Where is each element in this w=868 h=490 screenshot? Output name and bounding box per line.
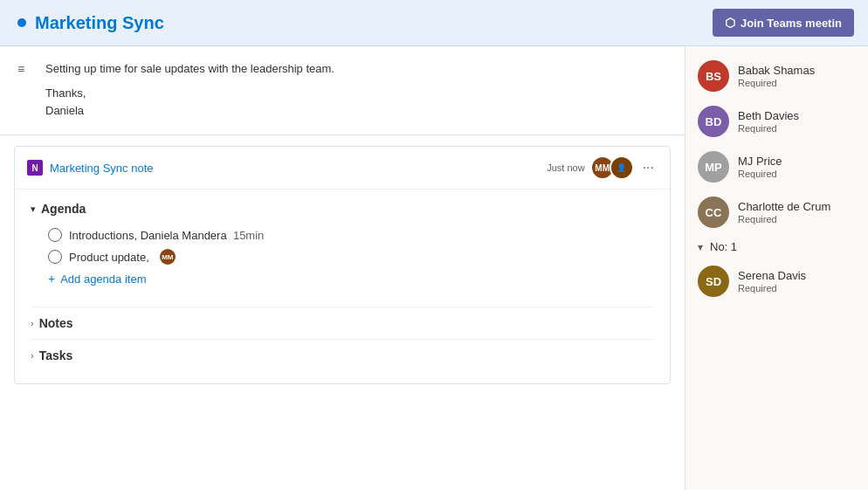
note-header: N Marketing Sync note Just now MM 👤 ···	[15, 147, 670, 190]
tasks-chevron-icon: ›	[31, 350, 34, 361]
page-title: Marketing Sync	[35, 13, 164, 33]
note-body: ▾ Agenda Introductions, Daniela Mandera …	[15, 190, 670, 383]
attendee-babak: BS Babak Shamas Required	[685, 53, 868, 99]
agenda-item: Introductions, Daniela Mandera 15min	[31, 224, 654, 245]
description-thanks: Thanks, Daniela	[45, 85, 667, 121]
attendee-name-babak: Babak Shamas	[738, 64, 856, 79]
attendee-mj: MP MJ Price Required	[685, 144, 868, 190]
avatar-charlotte: CC	[698, 197, 729, 228]
attendee-info-mj: MJ Price Required	[738, 155, 856, 180]
attendee-info-serena: Serena Davis Required	[738, 269, 856, 294]
avatar-mj: MP	[698, 151, 729, 183]
attendee-info-babak: Babak Shamas Required	[738, 64, 856, 89]
header-left: Marketing Sync	[17, 13, 164, 33]
notes-section-toggle[interactable]: › Notes	[31, 307, 654, 339]
attendee-status-babak: Required	[738, 78, 856, 88]
join-teams-button[interactable]: ⬡ Join Teams meetin	[713, 9, 854, 37]
status-dot	[17, 18, 26, 27]
no-section: ▾ No: 1	[685, 235, 868, 259]
agenda-title: Agenda	[41, 202, 86, 216]
agenda-avatar-mm: MM	[160, 249, 176, 265]
avatar-group: MM 👤	[590, 155, 634, 180]
attendee-name-mj: MJ Price	[738, 155, 856, 169]
description-text: Setting up time for sale updates with th…	[45, 60, 667, 78]
agenda-item-2-text: Product update,	[69, 251, 149, 264]
plus-icon: +	[48, 272, 55, 286]
add-agenda-item-button[interactable]: + Add agenda item	[31, 268, 146, 289]
agenda-chevron-icon[interactable]: ▾	[31, 204, 36, 215]
note-title-link[interactable]: Marketing Sync note	[50, 162, 540, 175]
note-section: N Marketing Sync note Just now MM 👤 ···	[0, 135, 685, 490]
attendee-status-charlotte: Required	[738, 214, 856, 224]
no-label: No: 1	[710, 240, 737, 253]
agenda-item-2: Product update, MM	[31, 245, 654, 268]
tasks-section-toggle[interactable]: › Tasks	[31, 339, 654, 371]
notes-chevron-icon: ›	[31, 318, 34, 328]
header: Marketing Sync ⬡ Join Teams meetin	[0, 0, 868, 46]
tasks-section-title: Tasks	[39, 349, 73, 362]
avatar-beth: BD	[698, 106, 729, 137]
note-timestamp: Just now	[547, 162, 584, 173]
attendee-name-beth: Beth Davies	[738, 109, 856, 124]
note-card: N Marketing Sync note Just now MM 👤 ···	[14, 146, 671, 384]
attendee-serena: SD Serena Davis Required	[685, 259, 868, 304]
no-chevron-icon[interactable]: ▾	[698, 241, 703, 253]
avatar-babak: BS	[698, 60, 729, 92]
notes-section-title: Notes	[39, 316, 73, 330]
hamburger-icon: ≡	[17, 62, 24, 76]
agenda-header: ▾ Agenda	[31, 202, 654, 216]
agenda-section: ▾ Agenda Introductions, Daniela Mandera …	[31, 202, 654, 289]
attendee-charlotte: CC Charlotte de Crum Required	[685, 190, 868, 235]
attendee-status-beth: Required	[738, 123, 856, 134]
attendee-name-charlotte: Charlotte de Crum	[738, 200, 856, 215]
agenda-item-1-text: Introductions, Daniela Mandera 15min	[69, 229, 264, 242]
right-panel: BS Babak Shamas Required BD Beth Davies …	[685, 46, 868, 490]
thanks-line2: Daniela	[45, 102, 667, 121]
add-item-label: Add agenda item	[60, 273, 146, 286]
agenda-circle-2	[48, 250, 62, 264]
onenote-icon: N	[27, 160, 43, 176]
attendee-name-serena: Serena Davis	[738, 269, 856, 284]
note-meta: Just now MM 👤 ···	[547, 155, 658, 180]
attendee-info-charlotte: Charlotte de Crum Required	[738, 200, 856, 225]
attendee-status-serena: Required	[738, 283, 856, 293]
agenda-circle-1	[48, 228, 62, 242]
join-teams-label: Join Teams meetin	[741, 17, 842, 30]
more-options-button[interactable]: ···	[639, 158, 658, 177]
teams-icon: ⬡	[725, 16, 735, 30]
main-content: ≡ Setting up time for sale updates with …	[0, 46, 868, 490]
thanks-line1: Thanks,	[45, 85, 667, 103]
avatar-bd: 👤	[610, 155, 634, 180]
attendee-beth: BD Beth Davies Required	[685, 99, 868, 144]
attendee-status-mj: Required	[738, 169, 856, 179]
attendee-info-beth: Beth Davies Required	[738, 109, 856, 135]
description-area: ≡ Setting up time for sale updates with …	[0, 46, 685, 135]
avatar-serena: SD	[698, 266, 729, 297]
left-panel: ≡ Setting up time for sale updates with …	[0, 46, 685, 490]
